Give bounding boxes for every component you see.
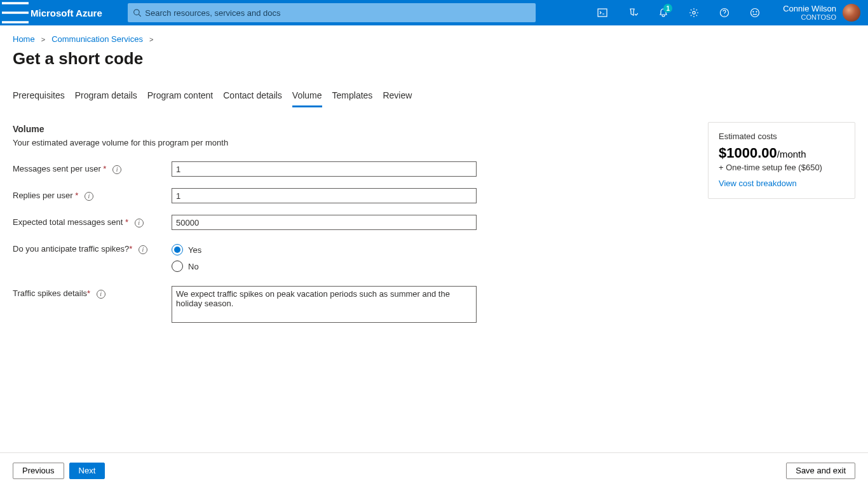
filter-icon xyxy=(628,8,638,18)
section-desc: Your estimated average volume for this p… xyxy=(13,138,496,147)
hamburger-icon xyxy=(0,0,31,28)
label-traffic-spikes: Do you anticipate traffic spikes?* i xyxy=(13,241,172,254)
next-button[interactable]: Next xyxy=(69,463,105,479)
label-expected-total: Expected total messages sent * i xyxy=(13,215,172,227)
radio-label-no: No xyxy=(188,262,199,271)
help-button[interactable] xyxy=(709,0,740,25)
user-org: CONTOSO xyxy=(783,13,836,21)
svg-point-2 xyxy=(693,11,695,14)
breadcrumb-communication-services[interactable]: Communication Services xyxy=(51,34,143,44)
breadcrumb: Home > Communication Services > xyxy=(13,34,855,44)
estimated-cost-card: Estimated costs $1000.00/month + One-tim… xyxy=(708,122,855,199)
tab-templates[interactable]: Templates xyxy=(332,90,373,107)
settings-button[interactable] xyxy=(679,0,709,25)
chevron-right-icon: > xyxy=(149,36,153,43)
tab-prerequisites[interactable]: Prerequisites xyxy=(13,90,65,107)
tab-contact-details[interactable]: Contact details xyxy=(223,90,282,107)
feedback-button[interactable] xyxy=(740,0,770,25)
replies-input[interactable] xyxy=(172,188,477,203)
svg-point-5 xyxy=(753,11,754,12)
info-icon[interactable]: i xyxy=(135,219,144,227)
info-icon[interactable]: i xyxy=(97,290,105,299)
cost-setup-fee: + One-time setup fee ($650) xyxy=(719,163,844,172)
svg-point-6 xyxy=(756,11,757,12)
radio-spikes-no[interactable]: No xyxy=(172,258,201,274)
avatar xyxy=(843,4,860,22)
gear-icon xyxy=(689,8,699,18)
tab-program-details[interactable]: Program details xyxy=(75,90,137,107)
label-messages-sent: Messages sent per user * i xyxy=(13,161,172,174)
directory-filter-button[interactable] xyxy=(618,0,648,25)
messages-sent-input[interactable] xyxy=(172,161,477,177)
radio-label-yes: Yes xyxy=(188,245,201,255)
tab-volume[interactable]: Volume xyxy=(292,90,322,107)
svg-point-4 xyxy=(751,9,759,17)
tab-program-content[interactable]: Program content xyxy=(147,90,214,107)
notification-badge: 1 xyxy=(663,4,672,13)
user-name: Connie Wilson xyxy=(783,4,836,13)
previous-button[interactable]: Previous xyxy=(13,463,64,479)
chevron-right-icon: > xyxy=(41,36,45,43)
brand: Microsoft Azure xyxy=(31,8,102,18)
view-cost-breakdown-link[interactable]: View cost breakdown xyxy=(719,179,797,188)
page-title: Get a short code xyxy=(13,49,855,69)
search-icon xyxy=(133,8,142,17)
radio-icon xyxy=(172,261,183,272)
info-icon[interactable]: i xyxy=(139,245,147,254)
cloud-shell-button[interactable] xyxy=(587,0,618,25)
tab-review[interactable]: Review xyxy=(383,90,412,107)
help-icon xyxy=(719,8,729,18)
section-title: Volume xyxy=(13,124,496,134)
tabs: Prerequisites Program details Program co… xyxy=(13,90,855,107)
label-spikes-details: Traffic spikes details* i xyxy=(13,286,172,299)
svg-rect-1 xyxy=(598,9,607,17)
cost-price: $1000.00/month xyxy=(719,145,844,161)
label-replies-per-user: Replies per user * i xyxy=(13,188,172,201)
notifications-button[interactable]: 1 xyxy=(648,0,679,25)
save-and-exit-button[interactable]: Save and exit xyxy=(786,463,855,479)
radio-spikes-yes[interactable]: Yes xyxy=(172,241,201,258)
search-input[interactable] xyxy=(145,8,530,18)
svg-point-0 xyxy=(133,10,139,15)
smiley-icon xyxy=(750,8,760,18)
menu-toggle[interactable] xyxy=(0,0,31,25)
account-menu[interactable]: Connie Wilson CONTOSO xyxy=(770,4,868,22)
info-icon[interactable]: i xyxy=(85,192,93,201)
breadcrumb-home[interactable]: Home xyxy=(13,34,35,44)
topbar: Microsoft Azure 1 Connie Wilson C xyxy=(0,0,868,25)
cloud-shell-icon xyxy=(597,8,607,18)
global-search[interactable] xyxy=(128,3,536,22)
cost-header: Estimated costs xyxy=(719,132,844,141)
spikes-details-textarea[interactable] xyxy=(172,286,477,323)
footer: Previous Next Save and exit xyxy=(0,452,868,488)
info-icon[interactable]: i xyxy=(112,165,121,174)
radio-icon xyxy=(172,244,183,255)
expected-total-input[interactable] xyxy=(172,215,477,230)
